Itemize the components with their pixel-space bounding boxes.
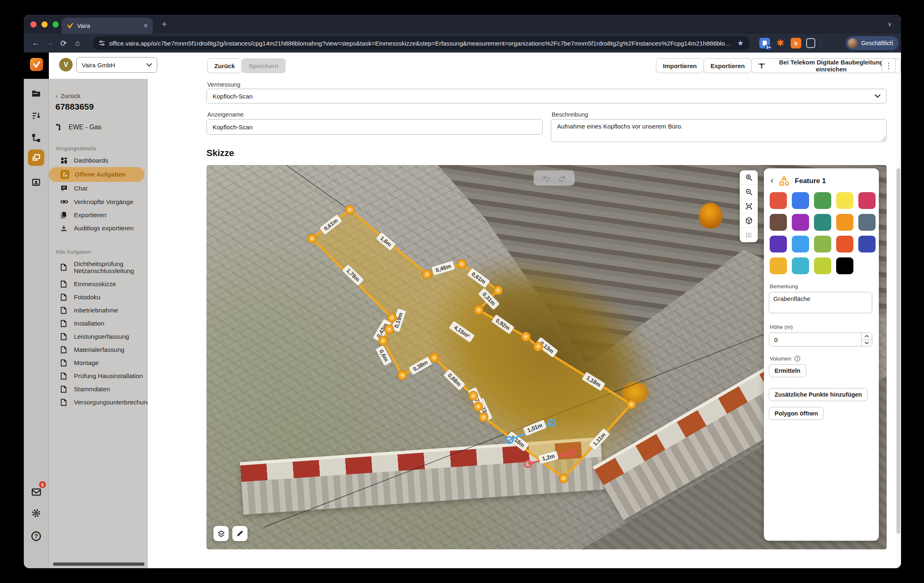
step-down-icon[interactable] — [862, 340, 872, 347]
tab-search-chevron-icon[interactable]: ∨ — [887, 21, 892, 28]
vermessung-select[interactable]: Kopfloch-Scan — [206, 89, 887, 103]
vaira-logo-icon[interactable] — [30, 58, 43, 71]
help-icon[interactable]: ? — [28, 528, 44, 544]
hoehe-input[interactable] — [769, 336, 861, 343]
extension-notes-icon[interactable]: 9+ — [759, 38, 770, 48]
color-swatch[interactable] — [814, 214, 831, 231]
feature-back-icon[interactable]: ‹ — [770, 176, 773, 185]
layers-icon[interactable] — [213, 526, 229, 541]
case-type[interactable]: EWE - Gas — [55, 123, 148, 131]
settings-gear-icon[interactable] — [28, 505, 44, 521]
sidebar-item-montage[interactable]: Montage — [49, 356, 148, 370]
browser-tab[interactable]: Vaira × — [62, 18, 153, 34]
back-nav-icon[interactable]: ← — [29, 39, 43, 48]
undo-icon[interactable] — [542, 174, 551, 182]
minimize-window-button[interactable] — [41, 21, 48, 28]
trench-polygon[interactable] — [312, 210, 631, 478]
ermitteln-button[interactable]: Ermitteln — [769, 364, 806, 377]
redo-icon[interactable] — [557, 174, 566, 182]
inbox-mail-icon[interactable]: 5 — [28, 484, 44, 500]
site-settings-icon[interactable] — [99, 40, 105, 46]
page-scrollbar[interactable] — [896, 79, 901, 568]
zoom-out-icon[interactable] — [740, 185, 758, 199]
color-swatch[interactable] — [770, 257, 787, 274]
color-swatch[interactable] — [814, 236, 831, 252]
color-swatch[interactable] — [770, 236, 787, 252]
contacts-card-icon[interactable] — [28, 174, 44, 191]
sidebar-item-exportieren[interactable]: Exportieren — [49, 209, 148, 222]
new-tab-button[interactable]: + — [162, 20, 167, 28]
browser-menu-icon[interactable]: ⋮ — [889, 39, 896, 47]
bookmark-star-icon[interactable]: ★ — [737, 39, 744, 48]
open-polygon-button[interactable]: Polygon öffnen — [769, 407, 824, 420]
telekom-submit-button[interactable]: Bei Telekom Digitale Baubegleitung einre… — [751, 58, 901, 73]
org-chart-icon[interactable] — [28, 130, 44, 146]
sidebar-item-einmessskizze[interactable]: Einmessskizze — [49, 278, 148, 291]
color-swatch[interactable] — [792, 214, 809, 231]
sidebar-item-prüfung-hausinstallation[interactable]: Prüfung Hausinstallation — [49, 370, 148, 383]
sidebar-item-chat[interactable]: Chat — [49, 182, 148, 195]
sidebar-item-materialerfassung[interactable]: Materialerfassung — [49, 343, 148, 356]
close-window-button[interactable] — [30, 21, 37, 28]
color-swatch[interactable] — [836, 236, 853, 252]
anzeigename-input[interactable] — [206, 119, 543, 135]
color-swatch[interactable] — [836, 257, 853, 274]
tab-close-icon[interactable]: × — [144, 22, 148, 29]
sidebar-back-link[interactable]: ‹ Zurück — [55, 93, 148, 99]
import-button[interactable]: Importieren — [656, 58, 704, 73]
edit-pencil-icon[interactable] — [232, 526, 248, 541]
sidebar-item-dashboards[interactable]: Dashboards — [49, 154, 148, 167]
projects-folder-icon[interactable] — [28, 85, 44, 102]
window-controls[interactable] — [30, 21, 59, 28]
save-button[interactable]: Speichern — [242, 58, 286, 73]
sidebar-item-inbetriebnahme[interactable]: Inbetriebnahme — [49, 304, 148, 317]
point-grid-icon[interactable] — [740, 228, 758, 242]
sidebar-item-verknüpfte-vorgänge[interactable]: Verknüpfte Vorgänge — [49, 195, 148, 209]
sidebar-item-leistungserfassung[interactable]: Leistungserfassung — [49, 330, 148, 343]
beschreibung-textarea[interactable]: Aufnahme eines Kopflochs vor unserem Bür… — [551, 119, 887, 142]
color-swatch[interactable] — [836, 192, 853, 209]
more-actions-button[interactable]: ⋮ — [882, 58, 896, 73]
color-swatch[interactable] — [858, 192, 876, 209]
textarea-resize-handle[interactable] — [881, 136, 885, 141]
sidebar-item-auditlogs-exportieren[interactable]: Auditlogs exportieren — [49, 222, 148, 235]
extension-clipboard-icon[interactable] — [806, 38, 815, 48]
instances-stack-icon[interactable] — [28, 149, 44, 166]
color-swatch[interactable] — [858, 214, 876, 231]
sidebar-item-versorgungsunterbrechung[interactable]: Versorgungsunterbrechung — [49, 396, 148, 409]
export-button[interactable]: Exportieren — [704, 58, 752, 73]
zoom-in-icon[interactable] — [740, 170, 758, 185]
info-icon[interactable]: ? — [794, 356, 800, 362]
sidebar-horizontal-scrollbar[interactable] — [53, 562, 144, 566]
color-swatch[interactable] — [792, 192, 809, 209]
sidebar-item-installation[interactable]: Installation — [49, 317, 148, 330]
page-scrollbar-thumb[interactable] — [896, 168, 900, 534]
url-text[interactable]: office.vaira.app/o/c7be7mnm5f1rdro8tg2g/… — [109, 40, 733, 47]
sidebar-item-stammdaten[interactable]: Stammdaten — [49, 383, 148, 396]
add-points-button[interactable]: Zusätzliche Punkte hinzufügen — [769, 388, 868, 401]
sidebar-item-dichtheitsprüfung-netzanschlussleitung[interactable]: Dichtheitsprüfung Netzanschlussleitung — [49, 257, 148, 278]
color-swatch[interactable] — [814, 257, 831, 274]
reload-icon[interactable]: ⟳ — [57, 39, 71, 48]
extension-b-icon[interactable]: b — [791, 38, 801, 48]
extension-sprocket-icon[interactable]: ✱ — [775, 38, 786, 48]
cube-view-icon[interactable] — [740, 213, 758, 228]
url-bar[interactable]: office.vaira.app/o/c7be7mnm5f1rdro8tg2g/… — [93, 36, 750, 50]
back-button[interactable]: Zurück — [207, 58, 242, 73]
fit-view-icon[interactable] — [740, 199, 758, 213]
color-swatch[interactable] — [792, 236, 809, 252]
home-icon[interactable]: ⌂ — [71, 39, 85, 48]
sort-attributes-icon[interactable] — [28, 108, 44, 124]
sidebar-item-fotodoku[interactable]: Fotodoku — [49, 291, 148, 304]
pointcloud-viewer[interactable]: 0,61m1,6m0,46m0,61m0,31m0,92m0,13m1,18m1… — [206, 165, 887, 549]
color-swatch[interactable] — [770, 214, 787, 231]
org-select[interactable]: Vaira GmbH — [76, 57, 157, 73]
color-swatch[interactable] — [858, 236, 876, 252]
color-swatch[interactable] — [814, 192, 831, 209]
color-swatch[interactable] — [770, 192, 787, 209]
forward-nav-icon[interactable]: → — [43, 39, 57, 48]
maximize-window-button[interactable] — [53, 21, 59, 28]
sidebar-item-offene-aufgaben[interactable]: Offene Aufgaben — [49, 167, 144, 182]
color-swatch[interactable] — [836, 214, 853, 231]
bemerkung-textarea[interactable]: Grabenfläche — [769, 292, 872, 313]
